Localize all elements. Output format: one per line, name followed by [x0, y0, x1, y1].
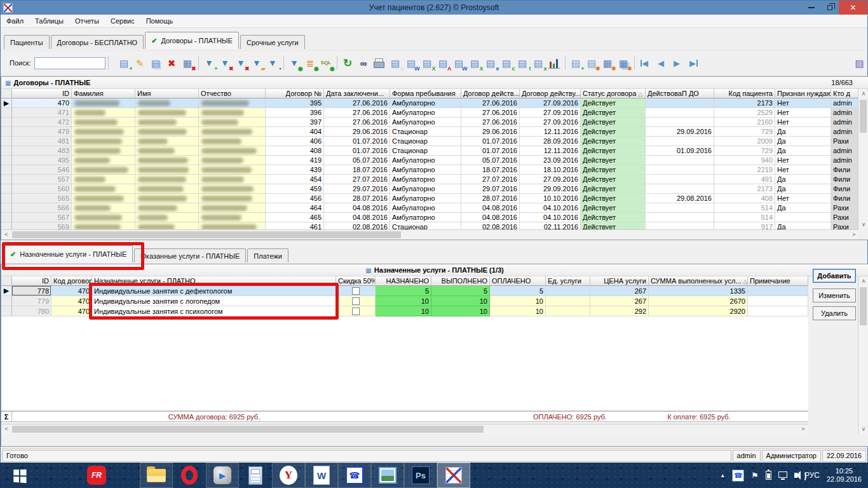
cell[interactable] [72, 127, 135, 137]
cell[interactable] [135, 146, 199, 156]
chart-icon[interactable] [547, 56, 562, 71]
cell[interactable]: 1335 [649, 286, 748, 296]
cell[interactable] [646, 184, 714, 194]
scroll-thumb[interactable] [12, 231, 401, 238]
cell[interactable]: 01.07.2016 [461, 137, 520, 146]
cell[interactable]: 5 [376, 286, 431, 296]
cell[interactable]: admin [831, 127, 859, 137]
cell[interactable]: Фили [831, 175, 859, 184]
scroll-right-icon[interactable]: > [798, 424, 808, 434]
cell[interactable]: 02.08.2016 [324, 222, 390, 229]
cell[interactable]: 28.07.2016 [324, 194, 390, 203]
cell[interactable]: Стационар [390, 146, 461, 156]
cell[interactable] [72, 118, 135, 127]
cell[interactable]: 470 [51, 296, 92, 306]
cell[interactable] [199, 175, 266, 184]
cell[interactable]: Стационар [390, 137, 461, 146]
cell[interactable]: Действует [581, 118, 646, 127]
filter-add-icon[interactable]: ▼+ [202, 56, 217, 71]
cell[interactable]: Действует [581, 222, 646, 229]
app-opera[interactable] [173, 463, 206, 488]
column-header[interactable]: ДействоваП ДО [646, 89, 714, 98]
cell[interactable]: 10 [376, 306, 431, 316]
row-marker[interactable]: ▶ [1, 286, 12, 296]
cell[interactable] [775, 213, 831, 222]
cell[interactable]: Действует [581, 194, 646, 203]
cell[interactable] [199, 108, 266, 118]
cell[interactable]: Действует [581, 146, 646, 156]
scroll-up-icon[interactable]: ∧ [858, 276, 868, 286]
cell[interactable] [135, 194, 199, 203]
filter-clear-icon[interactable]: ▼✖ [234, 56, 248, 71]
cell[interactable]: 461 [266, 222, 324, 229]
cell[interactable] [72, 98, 135, 108]
column-header[interactable]: ОПЛАЧЕНО [490, 276, 546, 286]
cell[interactable]: Рахи [831, 137, 859, 146]
cell[interactable] [199, 118, 266, 127]
cell[interactable]: 408 [714, 194, 775, 203]
column-header[interactable]: Кто д [831, 89, 859, 98]
cell[interactable]: 04.08.2016 [461, 203, 520, 213]
cell[interactable]: 27.06.2016 [461, 98, 520, 108]
cell[interactable]: admin [831, 108, 859, 118]
cell[interactable]: 05.07.2016 [324, 156, 390, 165]
cell[interactable]: 560 [12, 184, 72, 194]
tray-flag-icon[interactable]: ⚑ [751, 471, 759, 480]
nav-next-icon[interactable]: ▶ [670, 56, 684, 71]
cell[interactable]: 514 [714, 213, 775, 222]
cell[interactable] [646, 118, 714, 127]
cell[interactable]: 779 [12, 296, 51, 306]
cell[interactable]: 29.09.2016 [520, 184, 581, 194]
cell[interactable]: 479 [12, 127, 72, 137]
cell[interactable]: 546 [12, 165, 72, 175]
cell[interactable] [646, 98, 714, 108]
cell[interactable] [336, 296, 376, 306]
cell[interactable]: 04.10.2016 [520, 203, 581, 213]
cell[interactable]: Амбулаторно [390, 118, 461, 127]
cell[interactable]: Рахи [831, 213, 859, 222]
filter-open-icon[interactable]: ▼▰ [250, 56, 264, 71]
export-word-icon[interactable]: ▤W [404, 56, 419, 71]
cell[interactable]: 5 [490, 286, 546, 296]
column-header[interactable]: Ед. услуги [546, 276, 590, 286]
cell[interactable]: 470 [51, 286, 92, 296]
cell[interactable]: Действует [581, 98, 646, 108]
row-marker[interactable] [1, 306, 12, 316]
search-input[interactable] [34, 57, 105, 69]
cell[interactable] [72, 184, 135, 194]
nav-last-icon[interactable]: ▶ [686, 56, 700, 71]
cell[interactable]: 292 [590, 306, 649, 316]
delete-filtered-icon[interactable]: ▦✖ [180, 56, 195, 71]
start-button[interactable] [0, 463, 39, 488]
row-marker[interactable]: ▶ [1, 98, 12, 108]
cell[interactable] [72, 108, 135, 118]
cell[interactable] [135, 108, 199, 118]
cell[interactable]: 28.07.2016 [461, 194, 520, 203]
edit-service-button[interactable]: Изменить [813, 288, 856, 302]
cell[interactable]: Действует [581, 165, 646, 175]
cell[interactable]: Амбулаторно [390, 98, 461, 108]
row-marker[interactable] [1, 296, 12, 306]
cell[interactable]: 566 [12, 203, 72, 213]
cell[interactable]: Нет [775, 165, 831, 175]
cell[interactable]: 471 [12, 108, 72, 118]
cell[interactable] [72, 137, 135, 146]
cell[interactable]: 514 [714, 203, 775, 213]
cell[interactable]: Нет [775, 108, 831, 118]
cell[interactable]: 406 [266, 137, 324, 146]
cell[interactable] [135, 184, 199, 194]
cell[interactable]: 481 [12, 137, 72, 146]
cell[interactable]: 2670 [649, 296, 748, 306]
row-marker[interactable] [1, 165, 12, 175]
cell[interactable] [199, 213, 266, 222]
cell[interactable]: Да [775, 175, 831, 184]
cell[interactable]: 28.09.2016 [520, 137, 581, 146]
cell[interactable]: 29.06.2016 [461, 127, 520, 137]
cell[interactable] [199, 184, 266, 194]
app-phone-dialer[interactable]: ☎ [338, 463, 371, 488]
row-marker[interactable] [1, 146, 12, 156]
cell[interactable]: Амбулаторно [390, 108, 461, 118]
cell[interactable]: Фили [831, 194, 859, 203]
cell[interactable]: 10.10.2016 [520, 194, 581, 203]
column-header[interactable]: Форма пребывания [390, 89, 461, 98]
